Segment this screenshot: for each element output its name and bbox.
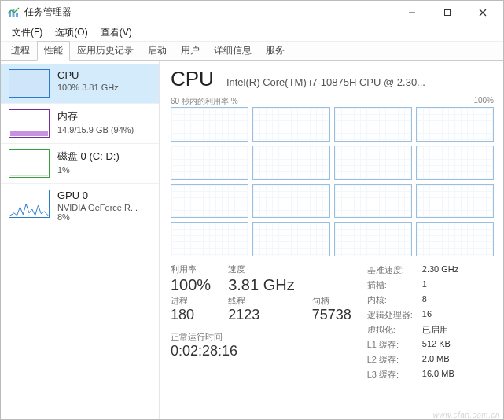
base-speed-label: 基准速度: xyxy=(367,264,413,276)
per-core-chart-grid[interactable] xyxy=(171,107,494,256)
core-chart xyxy=(334,107,412,142)
stats-left: 利用率 100% 速度 3.81 GHz 进程 180 线程 2123 句柄 xyxy=(171,264,351,381)
threads-label: 线程 xyxy=(228,296,294,307)
sidebar-disk-title: 磁盘 0 (C: D:) xyxy=(57,149,120,164)
l2-cache-label: L2 缓存: xyxy=(367,354,413,366)
tab-services[interactable]: 服务 xyxy=(259,41,292,60)
core-chart xyxy=(171,184,248,219)
close-button[interactable] xyxy=(465,2,500,24)
speed-value: 3.81 GHz xyxy=(228,275,294,294)
tab-apphistory[interactable]: 应用历史记录 xyxy=(70,41,141,60)
core-chart xyxy=(416,222,494,256)
menu-view[interactable]: 查看(V) xyxy=(94,24,138,41)
maximize-button[interactable] xyxy=(429,2,465,24)
memory-thumb-icon xyxy=(9,109,50,138)
processes-value: 180 xyxy=(171,307,211,324)
l3-cache-label: L3 缓存: xyxy=(367,369,413,381)
sidebar-gpu-title: GPU 0 xyxy=(57,190,138,201)
core-chart xyxy=(416,146,494,180)
watermark: www.cfan.com.cn xyxy=(433,411,500,419)
tab-details[interactable]: 详细信息 xyxy=(207,41,259,60)
tab-performance[interactable]: 性能 xyxy=(37,41,70,61)
sidebar-gpu-percent: 8% xyxy=(57,212,138,222)
l3-cache-value: 16.0 MB xyxy=(422,369,458,381)
sidebar-gpu-vendor: NVIDIA GeForce R... xyxy=(57,203,138,212)
titlebar: 任务管理器 xyxy=(1,1,503,24)
threads-value: 2123 xyxy=(228,307,294,324)
window-title: 任务管理器 xyxy=(24,6,72,19)
menu-options[interactable]: 选项(O) xyxy=(49,24,94,41)
main-heading: CPU xyxy=(171,67,214,91)
sidebar-cpu-sub: 100% 3.81 GHz xyxy=(57,83,119,92)
core-chart xyxy=(252,107,330,142)
app-icon xyxy=(7,6,20,19)
window-controls xyxy=(394,2,500,24)
core-chart xyxy=(252,146,330,180)
disk-thumb-icon xyxy=(9,149,50,178)
performance-main: CPU Intel(R) Core(TM) i7-10875H CPU @ 2.… xyxy=(160,61,503,420)
sockets-value: 1 xyxy=(422,279,458,291)
core-chart xyxy=(171,222,248,256)
tab-startup[interactable]: 启动 xyxy=(141,41,174,60)
chart-caption-left: 60 秒内的利用率 % xyxy=(171,96,238,107)
sidebar-item-memory[interactable]: 内存 14.9/15.9 GB (94%) xyxy=(1,103,159,143)
logical-processors-value: 16 xyxy=(422,309,458,321)
cpu-model: Intel(R) Core(TM) i7-10875H CPU @ 2.30..… xyxy=(226,76,425,88)
core-chart xyxy=(171,146,248,180)
core-chart xyxy=(334,222,412,256)
virtualization-value: 已启用 xyxy=(422,324,458,336)
svg-rect-2 xyxy=(16,13,18,17)
tab-processes[interactable]: 进程 xyxy=(4,41,37,60)
base-speed-value: 2.30 GHz xyxy=(422,264,458,276)
menu-file[interactable]: 文件(F) xyxy=(6,24,49,41)
core-chart xyxy=(252,222,330,256)
tab-users[interactable]: 用户 xyxy=(174,41,207,60)
l1-cache-label: L1 缓存: xyxy=(367,339,413,351)
virtualization-label: 虚拟化: xyxy=(367,324,413,336)
core-chart xyxy=(252,184,330,219)
core-chart xyxy=(334,184,412,219)
sockets-label: 插槽: xyxy=(367,279,413,291)
handles-label: 句柄 xyxy=(312,296,351,307)
sidebar-item-cpu[interactable]: CPU 100% 3.81 GHz xyxy=(1,64,159,103)
l2-cache-value: 2.0 MB xyxy=(422,354,458,366)
sidebar-disk-sub: 1% xyxy=(57,165,120,175)
core-chart xyxy=(171,107,248,142)
uptime-label: 正常运行时间 xyxy=(171,332,351,343)
cores-label: 内核: xyxy=(367,294,413,306)
minimize-button[interactable] xyxy=(394,2,429,24)
sidebar-item-disk[interactable]: 磁盘 0 (C: D:) 1% xyxy=(1,143,159,183)
processes-label: 进程 xyxy=(171,296,211,307)
core-chart xyxy=(416,107,494,142)
utilization-value: 100% xyxy=(171,275,211,294)
cpu-thumb-icon xyxy=(9,69,50,98)
menubar: 文件(F) 选项(O) 查看(V) xyxy=(1,24,503,42)
tab-row: 进程 性能 应用历史记录 启动 用户 详细信息 服务 xyxy=(1,42,503,61)
uptime-value: 0:02:28:16 xyxy=(171,343,351,360)
logical-processors-label: 逻辑处理器: xyxy=(367,309,413,321)
gpu-thumb-icon xyxy=(9,190,50,218)
core-chart xyxy=(334,146,412,180)
sidebar-item-gpu[interactable]: GPU 0 NVIDIA GeForce R... 8% xyxy=(1,183,159,227)
handles-value: 75738 xyxy=(312,307,351,324)
sidebar-memory-sub: 14.9/15.9 GB (94%) xyxy=(57,125,134,134)
speed-label: 速度 xyxy=(228,264,294,275)
svg-rect-4 xyxy=(444,9,450,15)
cores-value: 8 xyxy=(422,294,458,306)
chart-caption-right: 100% xyxy=(473,96,494,107)
core-chart xyxy=(416,184,494,219)
sidebar-memory-title: 内存 xyxy=(57,109,134,123)
stats-right: 基准速度: 2.30 GHz 插槽: 1 内核: 8 逻辑处理器: 16 虚拟化… xyxy=(367,264,459,381)
l1-cache-value: 512 KB xyxy=(422,339,458,351)
sidebar-cpu-title: CPU xyxy=(57,69,119,81)
utilization-label: 利用率 xyxy=(171,264,211,275)
performance-sidebar: CPU 100% 3.81 GHz 内存 14.9/15.9 GB (94%) … xyxy=(1,61,160,420)
